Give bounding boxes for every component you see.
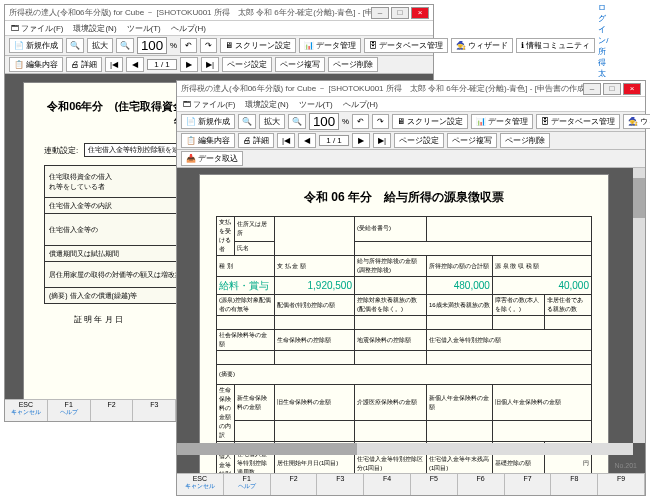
fkey-f8-2[interactable]: F8 (551, 474, 598, 495)
data-import-button[interactable]: 📥データ取込 (181, 151, 243, 166)
cell-ins-v[interactable] (217, 351, 275, 365)
fkey-f4-2[interactable]: F4 (364, 474, 411, 495)
val-afterded[interactable] (355, 277, 427, 295)
close-button-2[interactable]: × (623, 83, 641, 95)
cell-penold-v[interactable] (492, 421, 591, 442)
last-page-button-2[interactable]: ▶| (373, 133, 391, 148)
close-button[interactable]: × (411, 7, 429, 19)
zoom-input[interactable] (137, 37, 167, 54)
next-page-button[interactable]: ▶ (180, 57, 198, 72)
menu-env-2[interactable]: 環境設定(N) (245, 99, 288, 110)
fkey-f3-2[interactable]: F3 (317, 474, 364, 495)
cell-nonres-v[interactable] (545, 316, 592, 330)
val-pay[interactable]: 1,920,500 (275, 277, 355, 295)
menu-tools-2[interactable]: ツール(T) (299, 99, 333, 110)
minimize-button[interactable]: – (371, 7, 389, 19)
undo-button-2[interactable]: ↶ (352, 114, 369, 129)
menu-file-2[interactable]: 🗔 ファイル(F) (183, 99, 235, 110)
zoom-enlarge-button[interactable]: 拡大 (87, 38, 113, 53)
wizard-button[interactable]: 🧙ウィザード (451, 38, 513, 53)
layout-button[interactable]: 📋編集内容 (9, 57, 63, 72)
cell-lifeold-v[interactable] (275, 421, 355, 442)
zoom-enlarge-button-2[interactable]: 拡大 (259, 114, 285, 129)
first-page-button[interactable]: |◀ (105, 57, 123, 72)
layout-button-2[interactable]: 📋編集内容 (181, 133, 235, 148)
data-manage-button[interactable]: 📊データ管理 (299, 38, 361, 53)
next-page-button-2[interactable]: ▶ (352, 133, 370, 148)
page-settings-button[interactable]: ページ設定 (222, 57, 272, 72)
print-button[interactable]: 🖨詳細 (66, 57, 102, 72)
maximize-button[interactable]: □ (391, 7, 409, 19)
menu-file[interactable]: 🗔 ファイル(F) (11, 23, 63, 34)
cell-lifeins-v[interactable] (275, 351, 355, 365)
cell-eqins-v[interactable] (355, 351, 427, 365)
fkey-esc[interactable]: ESCキャンセル (5, 400, 48, 421)
val-dedtotal[interactable]: 480,000 (426, 277, 492, 295)
menu-tools[interactable]: ツール(T) (127, 23, 161, 34)
zoom-in-button[interactable]: 🔍 (116, 38, 134, 53)
redo-button[interactable]: ↷ (200, 38, 217, 53)
val-withh[interactable]: 40,000 (492, 277, 591, 295)
cell-addr[interactable] (275, 217, 355, 256)
menu-env[interactable]: 環境設定(N) (73, 23, 116, 34)
zoom-out-button-2[interactable]: 🔍 (238, 114, 256, 129)
screen-settings-button-2[interactable]: 🖥スクリーン設定 (392, 114, 468, 129)
titlebar[interactable]: 所得税の達人(令和06年分版) for Cube － [SHOTOKU001 所… (5, 5, 433, 21)
cell-disab-v[interactable] (492, 316, 544, 330)
prev-page-button[interactable]: ◀ (126, 57, 144, 72)
titlebar-2[interactable]: 所得税の達人(令和06年分版) for Cube － [SHOTOKU001 所… (177, 81, 645, 97)
redo-button-2[interactable]: ↷ (372, 114, 389, 129)
cell-carenew-v[interactable] (355, 421, 427, 442)
first-page-button-2[interactable]: |◀ (277, 133, 295, 148)
new-button[interactable]: 📄新規作成 (9, 38, 63, 53)
cell-payer-no[interactable] (426, 217, 591, 242)
login-status[interactable]: ログイン/所得 太郎 (598, 2, 608, 90)
fkey-esc-2[interactable]: ESCキャンセル (177, 474, 224, 495)
last-page-button[interactable]: ▶| (201, 57, 219, 72)
val-type[interactable]: 給料・賞与 (217, 277, 275, 295)
zoom-input-2[interactable] (309, 113, 339, 130)
menu-help[interactable]: ヘルプ(H) (171, 23, 206, 34)
cell-lifenew-v[interactable] (235, 421, 275, 442)
cell-name-2[interactable] (355, 241, 592, 255)
fkey-f9-2[interactable]: F9 (598, 474, 645, 495)
fkey-f2[interactable]: F2 (91, 400, 134, 421)
page-copy-button[interactable]: ページ複写 (275, 57, 325, 72)
prev-page-button-2[interactable]: ◀ (298, 133, 316, 148)
wizard-button-2[interactable]: 🧙ウィザード (623, 114, 650, 129)
fkey-f1-2[interactable]: F1ヘルプ (224, 474, 271, 495)
screen-settings-button[interactable]: 🖥スクリーン設定 (220, 38, 296, 53)
page-settings-button-2[interactable]: ページ設定 (394, 133, 444, 148)
scrollbar-vertical[interactable] (633, 168, 645, 443)
cell-pennew-v[interactable] (426, 421, 492, 442)
cell-summary[interactable]: (摘要) (217, 365, 592, 385)
menu-help-2[interactable]: ヘルプ(H) (343, 99, 378, 110)
fkey-f1[interactable]: F1ヘルプ (48, 400, 91, 421)
cell-spouse-v[interactable] (217, 316, 275, 330)
fkey-f5-2[interactable]: F5 (411, 474, 458, 495)
cell-house-v[interactable] (426, 351, 591, 365)
maximize-button-2[interactable]: □ (603, 83, 621, 95)
cell-deps-v[interactable] (355, 316, 427, 330)
db-manage-button[interactable]: 🗄データベース管理 (364, 38, 448, 53)
cell-carenew: 介護医療保険料の金額 (355, 385, 427, 421)
page-copy-button-2[interactable]: ページ複写 (447, 133, 497, 148)
fkey-f6-2[interactable]: F6 (458, 474, 505, 495)
zoom-out-button[interactable]: 🔍 (66, 38, 84, 53)
cell-under16-v[interactable] (426, 316, 492, 330)
fkey-f7-2[interactable]: F7 (505, 474, 552, 495)
zoom-in-button-2[interactable]: 🔍 (288, 114, 306, 129)
cell-spamt-v[interactable] (275, 316, 355, 330)
print-button-2[interactable]: 🖨詳細 (238, 133, 274, 148)
db-manage-button-2[interactable]: 🗄データベース管理 (536, 114, 620, 129)
fkey-f3[interactable]: F3 (133, 400, 176, 421)
minimize-button-2[interactable]: – (583, 83, 601, 95)
undo-button[interactable]: ↶ (180, 38, 197, 53)
scrollbar-horizontal[interactable] (177, 443, 633, 455)
new-button-2[interactable]: 📄新規作成 (181, 114, 235, 129)
fkey-f2-2[interactable]: F2 (271, 474, 318, 495)
page-delete-button-2[interactable]: ページ削除 (500, 133, 550, 148)
info-community-button[interactable]: ℹ情報コミュニティ (516, 38, 595, 53)
data-manage-button-2[interactable]: 📊データ管理 (471, 114, 533, 129)
page-delete-button[interactable]: ページ削除 (328, 57, 378, 72)
